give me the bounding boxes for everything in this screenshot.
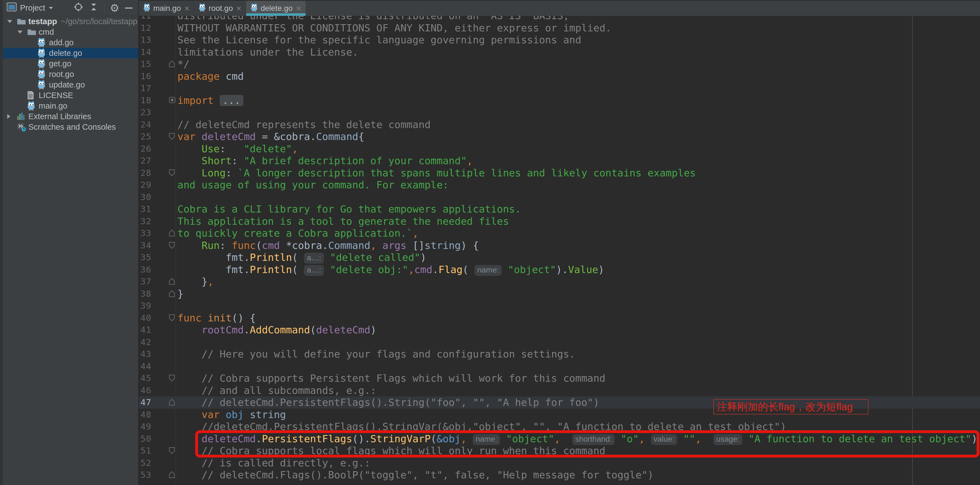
tree-item-scratches-and-consoles[interactable]: Scratches and Consoles [3, 122, 138, 132]
line-number: 27 [140, 155, 151, 167]
code-line-24[interactable]: 24// deleteCmd represents the delete com… [139, 119, 980, 131]
fold-marker[interactable] [169, 133, 175, 140]
fold-marker[interactable] [169, 290, 175, 297]
fold-collapse-icon [169, 374, 175, 382]
fold-marker[interactable] [169, 60, 175, 68]
code-line-27[interactable]: 27 Short: "A brief description of your c… [139, 155, 980, 167]
code-line-53[interactable]: 53 // deleteCmd.Flags().BoolP("toggle", … [139, 469, 980, 481]
code-line-41[interactable]: 41 rootCmd.AddCommand(deleteCmd) [139, 324, 980, 336]
code-line-25[interactable]: 25var deleteCmd = &cobra.Command{ [139, 130, 980, 143]
code-text: */ [177, 58, 189, 70]
code-line-28[interactable]: 28 Long: `A longer description that span… [139, 167, 980, 179]
code-text: to quickly create a Cobra application.`, [177, 227, 418, 239]
code-line-18[interactable]: 18import ... [139, 94, 980, 107]
fold-end-icon [169, 278, 175, 285]
folder-icon [17, 17, 29, 25]
tab-delete-go[interactable]: delete.go× [246, 1, 306, 16]
go-file-icon [37, 59, 46, 68]
code-line-32[interactable]: 32This application is a tool to generate… [139, 215, 980, 228]
tab-label: root.go [208, 4, 233, 13]
fold-marker[interactable] [169, 242, 175, 249]
line-number: 34 [140, 239, 151, 252]
code-line-36[interactable]: 36 fmt.Println( a…: "delete obj:",cmd.Fl… [139, 264, 980, 276]
fold-marker[interactable] [169, 97, 175, 103]
code-line-17[interactable]: 17 [139, 82, 980, 94]
tree-item-main.go[interactable]: main.go [3, 101, 138, 111]
code-line-13[interactable]: 13See the License for the specific langu… [139, 34, 980, 46]
close-icon[interactable]: × [296, 4, 301, 13]
red-highlight-box [195, 430, 980, 458]
fold-marker[interactable] [169, 230, 175, 237]
line-number: 47 [140, 396, 151, 409]
code-line-35[interactable]: 35 fmt.Println( a…: "delete called") [139, 251, 980, 264]
code-line-26[interactable]: 26 Use: "delete", [139, 143, 980, 155]
code-text: // is called directly, e.g.: [177, 457, 371, 469]
tree-item-label: Scratches and Consoles [29, 122, 116, 132]
code-line-12[interactable]: 12WITHOUT WARRANTIES OR CONDITIONS OF AN… [139, 22, 980, 34]
tree-item-license[interactable]: LICENSE [3, 90, 138, 101]
tree-item-add.go[interactable]: add.go [3, 37, 138, 48]
editor-tab-bar: main.go×root.go×delete.go× [139, 0, 980, 16]
line-number: 18 [140, 94, 151, 107]
fold-marker[interactable] [169, 447, 175, 454]
line-number: 37 [140, 276, 151, 288]
tree-item-testapp[interactable]: testapp~/go/src/local/testapp [3, 16, 138, 27]
fold-marker[interactable] [169, 399, 175, 406]
tree-item-cmd[interactable]: cmd [3, 27, 138, 37]
code-line-42[interactable]: 42 [139, 336, 980, 348]
code-line-30[interactable]: 30 [139, 191, 980, 203]
go-file-icon [143, 3, 150, 12]
fold-marker[interactable] [169, 374, 175, 382]
expanded-arrow-icon[interactable] [18, 30, 27, 33]
code-line-14[interactable]: 14limitations under the License. [139, 46, 980, 58]
code-line-15[interactable]: 15*/ [139, 58, 980, 70]
tab-main-go[interactable]: main.go× [139, 1, 194, 16]
fold-end-icon [169, 60, 175, 68]
code-text: WITHOUT WARRANTIES OR CONDITIONS OF ANY … [177, 22, 611, 34]
hide-panel-icon[interactable] [125, 8, 133, 9]
project-view-selector[interactable]: Project [3, 3, 73, 13]
close-icon[interactable]: × [236, 4, 241, 13]
close-icon[interactable]: × [185, 4, 190, 13]
collapsed-arrow-icon[interactable] [7, 114, 17, 119]
code-line-31[interactable]: 31Cobra is a CLI library for Go that emp… [139, 203, 980, 215]
tree-item-get.go[interactable]: get.go [3, 58, 138, 69]
go-icon [37, 80, 49, 89]
tree-item-root.go[interactable]: root.go [3, 69, 138, 79]
code-line-37[interactable]: 37 }, [139, 276, 980, 288]
code-line-43[interactable]: 43 // Here you will define your flags an… [139, 348, 980, 360]
code-text: Use: "delete", [177, 143, 298, 155]
tab-root-go[interactable]: root.go× [194, 1, 246, 16]
line-number: 41 [140, 324, 151, 336]
code-line-16[interactable]: 16package cmd [139, 70, 980, 82]
tree-item-update.go[interactable]: update.go [3, 79, 138, 90]
expanded-arrow-icon[interactable] [7, 20, 17, 23]
code-area[interactable]: 11distributed under the License is distr… [139, 0, 980, 485]
code-line-33[interactable]: 33to quickly create a Cobra application.… [139, 227, 980, 239]
line-number: 48 [140, 409, 151, 421]
code-text: // and all subcommands, e.g.: [177, 384, 376, 397]
tree-item-label: main.go [39, 101, 67, 111]
code-line-38[interactable]: 38} [139, 288, 980, 300]
code-line-34[interactable]: 34 Run: func(cmd *cobra.Command, args []… [139, 239, 980, 252]
settings-gear-icon[interactable]: ⚙ [110, 4, 119, 12]
locate-file-icon[interactable] [73, 2, 83, 14]
go-file-icon [199, 3, 206, 14]
code-line-46[interactable]: 46 // and all subcommands, e.g.: [139, 384, 980, 397]
code-line-44[interactable]: 44 [139, 360, 980, 372]
tree-item-external-libraries[interactable]: External Libraries [3, 111, 138, 122]
tree-item-delete.go[interactable]: delete.go [3, 48, 138, 58]
code-line-23[interactable]: 23 [139, 106, 980, 119]
fold-marker[interactable] [169, 278, 175, 285]
code-line-29[interactable]: 29and usage of using your command. For e… [139, 179, 980, 191]
code-line-40[interactable]: 40func init() { [139, 312, 980, 324]
line-number: 17 [140, 82, 151, 94]
fold-marker[interactable] [169, 169, 175, 176]
fold-marker[interactable] [169, 471, 175, 478]
collapse-all-icon[interactable] [89, 2, 99, 14]
code-line-45[interactable]: 45 // Cobra supports Persistent Flags wh… [139, 372, 980, 384]
code-line-39[interactable]: 39 [139, 300, 980, 312]
code-line-52[interactable]: 52 // is called directly, e.g.: [139, 457, 980, 469]
project-tool-window: Project ⚙ testapp~/go/src/local/testappc… [3, 0, 139, 485]
fold-marker[interactable] [169, 314, 175, 322]
